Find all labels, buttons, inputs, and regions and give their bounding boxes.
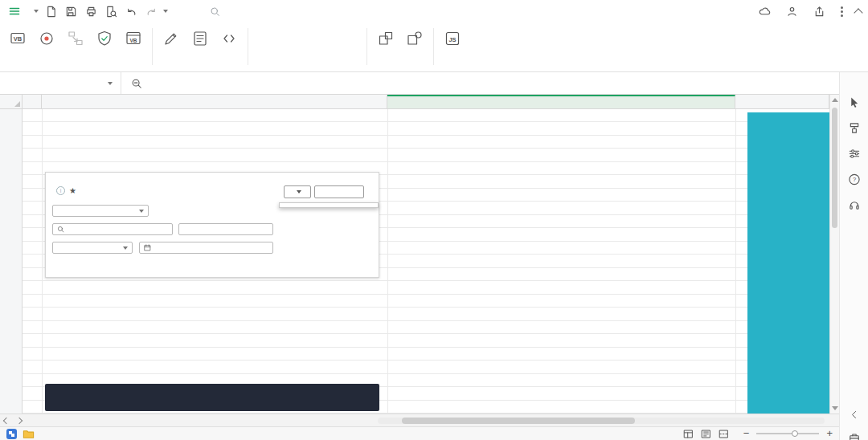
- menubar-right-cluster: [759, 6, 862, 18]
- more-options-icon[interactable]: [841, 6, 843, 17]
- vertical-scrollbar[interactable]: [829, 95, 839, 414]
- addins-button[interactable]: [371, 26, 400, 51]
- teal-notes-panel[interactable]: [747, 112, 829, 414]
- vb-editor-button[interactable]: VB: [119, 26, 148, 51]
- aba-asin-input: [178, 223, 273, 235]
- statusbar-right-cluster: − +: [683, 429, 833, 439]
- shield-check-icon: [96, 28, 113, 49]
- svg-text:VB: VB: [14, 35, 23, 43]
- column-header-d[interactable]: [735, 95, 829, 109]
- gridline: [42, 109, 43, 414]
- info-icon: i: [56, 186, 65, 195]
- com-addins-icon: [406, 28, 424, 49]
- vb-macro-button[interactable]: VB: [3, 26, 32, 51]
- select-all-corner[interactable]: [0, 95, 23, 109]
- aba-title: i ★: [52, 186, 76, 195]
- aba-schedule-email-button: [314, 185, 364, 198]
- record-macro-button[interactable]: [32, 26, 61, 51]
- collapse-ribbon-icon[interactable]: [854, 8, 862, 17]
- aba-range-dropdown: [52, 242, 133, 254]
- switch-js-env-button[interactable]: JS: [438, 26, 467, 51]
- relative-reference-button[interactable]: [61, 26, 90, 51]
- zoom-in-icon[interactable]: +: [826, 430, 833, 438]
- collaborate-button[interactable]: [786, 6, 801, 18]
- ribbon-separator: [152, 28, 153, 65]
- ribbon-developer-tools: VB VB: [0, 22, 868, 72]
- print-preview-icon[interactable]: [103, 3, 119, 19]
- print-icon[interactable]: [83, 3, 99, 19]
- menu-bar: [0, 0, 868, 22]
- aba-download-button: [284, 185, 311, 198]
- collapse-panel-icon[interactable]: [849, 409, 859, 420]
- row-headers: [0, 109, 23, 414]
- vertical-scrollbar-thumb[interactable]: [832, 108, 837, 228]
- hamburger-menu-icon[interactable]: [6, 3, 23, 19]
- zoom-slider[interactable]: [756, 433, 819, 434]
- scroll-up-icon[interactable]: [832, 98, 838, 102]
- app-window: VB VB: [0, 0, 868, 440]
- undo-icon[interactable]: [123, 3, 139, 19]
- column-header-b[interactable]: [42, 95, 387, 109]
- ribbon-separator: [433, 28, 434, 65]
- calendar-icon: [144, 244, 151, 251]
- gridline: [735, 109, 736, 414]
- folder-icon: [23, 428, 35, 440]
- vb-editor-icon: VB: [125, 28, 142, 49]
- record-macro-icon: [38, 28, 55, 49]
- svg-text:?: ?: [852, 176, 855, 183]
- zoom-out-icon[interactable]: −: [743, 430, 750, 438]
- star-icon: ★: [69, 186, 76, 195]
- quickbar-more-caret-icon[interactable]: [163, 10, 168, 13]
- column-header-a[interactable]: [23, 95, 42, 109]
- menu-header: [280, 203, 378, 207]
- aba-download-menu: [279, 202, 379, 208]
- column-header-c[interactable]: [387, 95, 735, 109]
- zoom-slider-knob[interactable]: [792, 430, 798, 437]
- normal-view-icon[interactable]: [683, 429, 694, 439]
- search-icon: [57, 226, 64, 233]
- customer-service-icon[interactable]: [848, 199, 860, 211]
- command-search[interactable]: [210, 6, 345, 17]
- ribbon-separator: [366, 28, 367, 65]
- control-properties-button[interactable]: [186, 26, 215, 51]
- name-box-caret-icon[interactable]: [108, 82, 113, 85]
- view-code-button[interactable]: [215, 26, 244, 51]
- page-break-view-icon[interactable]: [719, 429, 729, 439]
- settings-sliders-icon[interactable]: [848, 148, 860, 160]
- com-addins-button[interactable]: [400, 26, 429, 51]
- redo-icon[interactable]: [143, 3, 159, 19]
- design-mode-button[interactable]: [157, 26, 186, 51]
- format-brush-icon[interactable]: [848, 122, 860, 134]
- name-box[interactable]: [0, 72, 121, 94]
- addins-icon: [377, 28, 395, 49]
- scroll-down-icon[interactable]: [832, 406, 838, 410]
- new-file-icon[interactable]: [43, 3, 59, 19]
- toolbox-icon[interactable]: [849, 432, 860, 440]
- horizontal-scrollbar[interactable]: [378, 418, 825, 424]
- sync-status[interactable]: [759, 6, 774, 18]
- file-menu-caret-icon[interactable]: [34, 10, 39, 13]
- sheet-nav-next-icon[interactable]: [16, 417, 23, 423]
- share-button[interactable]: [813, 6, 829, 18]
- relative-reference-icon: [67, 28, 84, 49]
- svg-text:JS: JS: [448, 36, 456, 43]
- magnifier-icon[interactable]: [131, 78, 142, 89]
- embedded-aba-screenshot[interactable]: i ★: [45, 172, 379, 278]
- help-icon[interactable]: ?: [848, 173, 860, 185]
- js-icon: JS: [444, 28, 461, 49]
- aba-date-range: [139, 242, 273, 254]
- page-layout-view-icon[interactable]: [701, 429, 711, 439]
- fx-zone: [121, 78, 160, 89]
- grid[interactable]: i ★: [23, 109, 829, 414]
- aba-department-dropdown: [52, 205, 149, 217]
- horizontal-scrollbar-thumb[interactable]: [402, 418, 635, 424]
- embedded-toolbar-screenshot[interactable]: [45, 384, 379, 411]
- workbook-app-icon: [6, 429, 17, 439]
- properties-icon: [191, 28, 209, 49]
- macro-security-button[interactable]: [90, 26, 119, 51]
- sheet-nav-prev-icon[interactable]: [3, 417, 10, 423]
- code-icon: [220, 28, 238, 49]
- pointer-tool-icon[interactable]: [848, 96, 860, 108]
- vb-macro-icon: VB: [9, 28, 27, 49]
- save-icon[interactable]: [63, 3, 79, 19]
